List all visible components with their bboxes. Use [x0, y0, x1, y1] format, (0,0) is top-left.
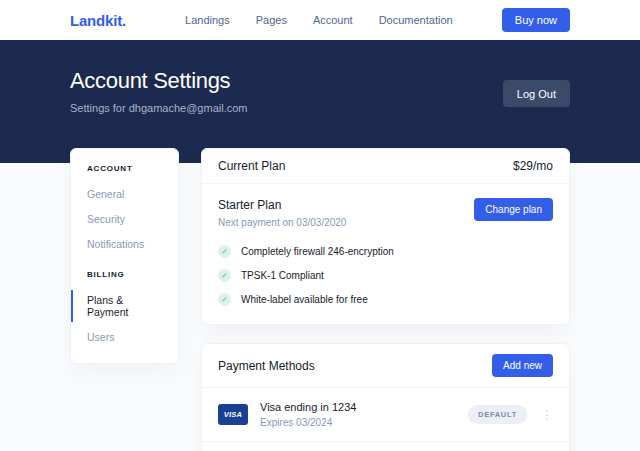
sidebar-item-notifications[interactable]: Notifications: [71, 234, 178, 254]
payment-methods-title: Payment Methods: [218, 359, 315, 373]
add-new-button[interactable]: Add new: [492, 354, 553, 377]
current-plan-card: Current Plan $29/mo Starter Plan Next pa…: [201, 148, 570, 325]
plan-info: Starter Plan Next payment on 03/03/2020: [218, 198, 346, 228]
payment-methods-card: Payment Methods Add new VISA Visa ending…: [201, 343, 570, 451]
settings-main-column: Current Plan $29/mo Starter Plan Next pa…: [201, 148, 570, 451]
content-area: ACCOUNT General Security Notifications B…: [0, 148, 640, 451]
status-badge: DEFAULT: [468, 405, 527, 424]
card-expiry: Expires 03/2024: [260, 417, 468, 428]
current-plan-body: Starter Plan Next payment on 03/03/2020 …: [202, 184, 569, 324]
check-icon: ✓: [218, 293, 231, 306]
buy-now-button[interactable]: Buy now: [502, 8, 570, 32]
change-plan-button[interactable]: Change plan: [474, 198, 553, 221]
plan-feature-list: ✓ Completely firewall 246-encryption ✓ T…: [218, 245, 553, 306]
plan-name: Starter Plan: [218, 198, 346, 212]
sidebar-heading-billing: BILLING: [71, 270, 178, 279]
sidebar-group-account: ACCOUNT General Security Notifications: [71, 164, 178, 254]
nav-link-documentation[interactable]: Documentation: [379, 14, 453, 26]
sidebar-item-users[interactable]: Users: [71, 327, 178, 347]
sidebar-item-security[interactable]: Security: [71, 209, 178, 229]
card-title: Visa ending in 1234: [260, 401, 468, 413]
list-item: ✓ White-label available for free: [218, 293, 553, 306]
brand-logo[interactable]: Landkit.: [70, 12, 126, 29]
sidebar-item-plans-payment[interactable]: Plans & Payment: [71, 290, 178, 322]
list-item: ✓ TPSK-1 Compliant: [218, 269, 553, 282]
nav-link-pages[interactable]: Pages: [256, 14, 287, 26]
current-plan-title: Current Plan: [218, 159, 285, 173]
log-out-button[interactable]: Log Out: [503, 80, 570, 107]
sidebar-heading-account: ACCOUNT: [71, 164, 178, 173]
current-plan-header: Current Plan $29/mo: [202, 149, 569, 184]
nav-link-landings[interactable]: Landings: [185, 14, 230, 26]
sidebar-group-billing: BILLING Plans & Payment Users: [71, 270, 178, 347]
table-row: Mastercard ending in 1234: [202, 441, 569, 451]
check-icon: ✓: [218, 245, 231, 258]
top-navbar: Landkit. Landings Pages Account Document…: [0, 0, 640, 40]
sidebar-item-general[interactable]: General: [71, 184, 178, 204]
list-item: ✓ Completely firewall 246-encryption: [218, 245, 553, 258]
plan-price: $29/mo: [513, 159, 553, 173]
page-title: Account Settings: [70, 68, 247, 94]
feature-label: TPSK-1 Compliant: [241, 270, 324, 281]
card-info: Visa ending in 1234 Expires 03/2024: [260, 401, 468, 428]
main-nav: Landings Pages Account Documentation: [175, 14, 453, 26]
nav-link-account[interactable]: Account: [313, 14, 353, 26]
table-row: VISA Visa ending in 1234 Expires 03/2024…: [202, 388, 569, 441]
page-subtitle: Settings for dhgamache@gmail.com: [70, 102, 247, 114]
check-icon: ✓: [218, 269, 231, 282]
payment-methods-header: Payment Methods Add new: [202, 344, 569, 388]
settings-sidebar: ACCOUNT General Security Notifications B…: [70, 148, 179, 364]
next-payment-text: Next payment on 03/03/2020: [218, 217, 346, 228]
hero-banner: Account Settings Settings for dhgamache@…: [0, 40, 640, 163]
feature-label: Completely firewall 246-encryption: [241, 246, 394, 257]
kebab-menu-icon[interactable]: ⋮: [541, 409, 553, 421]
feature-label: White-label available for free: [241, 294, 368, 305]
visa-card-icon: VISA: [218, 404, 248, 425]
